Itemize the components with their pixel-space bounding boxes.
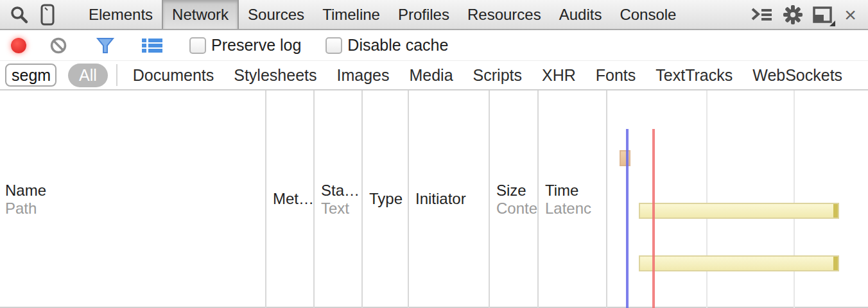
devtools-window: Elements Network Sources Timeline Profil… — [0, 0, 868, 308]
tab-sources[interactable]: Sources — [239, 0, 313, 29]
filter-documents[interactable]: Documents — [133, 66, 214, 85]
tab-network[interactable]: Network — [162, 0, 239, 29]
tab-audits[interactable]: Audits — [550, 0, 611, 29]
panel-tabs: Elements Network Sources Timeline Profil… — [80, 0, 685, 29]
clear-button[interactable] — [49, 37, 67, 55]
device-mode-icon[interactable] — [33, 1, 62, 29]
large-rows-icon — [142, 38, 162, 53]
phone-icon — [39, 4, 56, 26]
tab-console[interactable]: Console — [611, 0, 685, 29]
filter-funnel-icon — [96, 37, 115, 55]
console-drawer-icon — [751, 6, 774, 23]
timeline-bar-request[interactable] — [639, 203, 839, 219]
preserve-log-control: Preserve log — [189, 36, 301, 55]
filter-scripts[interactable]: Scripts — [473, 66, 522, 85]
column-header-status[interactable]: Sta… Text — [314, 90, 362, 307]
timeline-bar-latency[interactable] — [620, 150, 630, 166]
column-header-timeline[interactable]: Timeline 1.00 s — [607, 90, 868, 307]
filter-button[interactable] — [96, 37, 115, 55]
show-console-drawer-button[interactable] — [751, 6, 774, 23]
timeline-bar-cap — [833, 204, 838, 218]
settings-button[interactable] — [783, 4, 803, 25]
filter-divider — [116, 64, 117, 86]
column-header-time[interactable]: Time Latenc — [538, 90, 607, 307]
inspect-element-icon[interactable] — [5, 1, 33, 29]
filter-xhr[interactable]: XHR — [542, 66, 576, 85]
clear-icon — [49, 37, 67, 55]
column-header-name[interactable]: Name Path — [0, 90, 266, 307]
tab-bar-controls: × — [751, 4, 868, 25]
column-header-size[interactable]: Size Conte — [489, 90, 538, 307]
filter-stylesheets[interactable]: Stylesheets — [234, 66, 317, 85]
table-header: Name Path Met… Sta… Text Type Initiator … — [0, 90, 868, 308]
column-header-initiator[interactable]: Initiator — [408, 90, 489, 307]
filter-input[interactable] — [5, 64, 56, 87]
timeline-bar-request[interactable] — [639, 255, 839, 271]
resource-type-filters: Documents Stylesheets Images Media Scrip… — [133, 66, 842, 85]
tab-profiles[interactable]: Profiles — [389, 0, 458, 29]
filter-media[interactable]: Media — [409, 66, 453, 85]
record-button[interactable] — [11, 38, 26, 53]
requests-table: Name Path Met… Sta… Text Type Initiator … — [0, 90, 868, 308]
filter-images[interactable]: Images — [337, 66, 390, 85]
disable-cache-label: Disable cache — [347, 36, 448, 55]
preserve-log-checkbox[interactable] — [189, 37, 206, 54]
gear-icon — [783, 4, 803, 25]
tab-timeline[interactable]: Timeline — [313, 0, 389, 29]
preserve-log-label: Preserve log — [211, 36, 301, 55]
filter-all-button[interactable]: All — [68, 64, 108, 87]
devtools-tab-bar: Elements Network Sources Timeline Profil… — [0, 0, 868, 30]
network-toolbar: Preserve log Disable cache — [0, 30, 868, 61]
dock-side-button[interactable] — [812, 6, 833, 24]
search-icon — [10, 5, 29, 24]
disable-cache-checkbox[interactable] — [326, 37, 342, 54]
filter-fonts[interactable]: Fonts — [596, 66, 636, 85]
timeline-bar-cap — [833, 257, 838, 270]
large-rows-toggle[interactable] — [142, 38, 162, 53]
disable-cache-control: Disable cache — [326, 36, 448, 55]
dock-menu-arrow — [829, 21, 835, 26]
network-filter-bar: All Documents Stylesheets Images Media S… — [0, 61, 868, 90]
filter-texttracks[interactable]: TextTracks — [655, 66, 733, 85]
filter-websockets[interactable]: WebSockets — [752, 66, 842, 85]
column-header-type[interactable]: Type — [362, 90, 408, 307]
close-icon[interactable]: × — [842, 4, 859, 25]
tab-elements[interactable]: Elements — [80, 0, 162, 29]
tab-resources[interactable]: Resources — [458, 0, 550, 29]
column-header-method[interactable]: Met… — [266, 90, 314, 307]
